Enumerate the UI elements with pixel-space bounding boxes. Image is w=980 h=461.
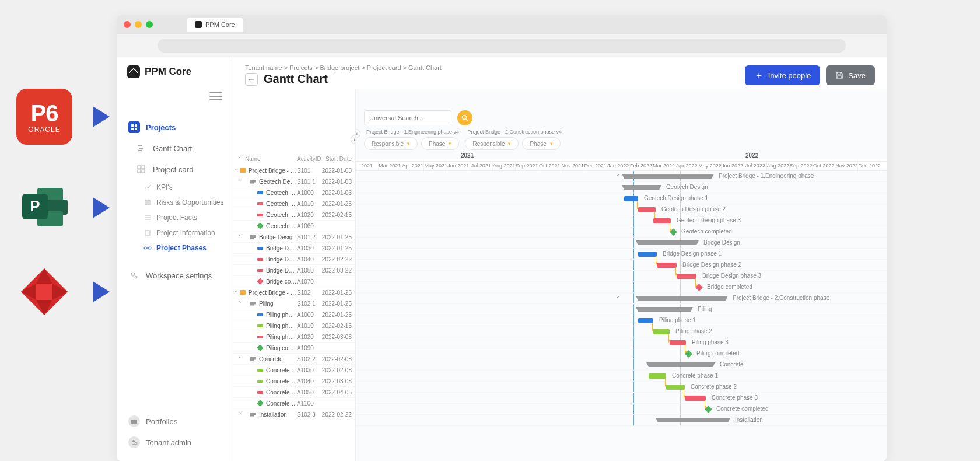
task-row[interactable]: Bridge Design phase 1A10302022-01-25 [233,243,355,254]
task-row[interactable]: Concrete phase 3A10502022-04-05 [233,387,355,398]
gantt-row[interactable]: Piling [356,304,887,315]
task-bar[interactable] [670,340,686,345]
summary-bar[interactable] [624,185,659,190]
task-row[interactable]: ⌃PilingS102.12022-01-25 [233,298,355,309]
filter-chip[interactable]: Responsible ▾ [364,137,418,150]
task-row[interactable]: Bridge Design phase 3A10502022-03-22 [233,265,355,276]
gantt-row[interactable]: Bridge Design phase 2 [356,260,887,271]
task-row[interactable]: ⌃Bridge DesignS101.22022-01-25 [233,232,355,243]
collapse-all-icon[interactable]: ⌃ [237,156,245,162]
expand-panel-handle[interactable]: ▸ [351,135,356,144]
toggle-icon[interactable]: ⌃ [237,234,243,240]
nav-portfolios[interactable]: Portfolios [124,411,226,432]
gantt-row[interactable]: Geotech Design phase 3 [356,215,887,226]
task-row[interactable]: ⌃Geotech DesignS101.12022-01-03 [233,176,355,187]
gantt-row[interactable]: ⌃Project Bridge - 1.Engineering phase [356,171,887,182]
task-bar[interactable] [657,263,677,268]
toggle-icon[interactable]: ⌃ [237,179,243,184]
summary-bar[interactable] [658,418,728,422]
task-row[interactable]: Geotech Design phase 3A10202022-02-15 [233,209,355,221]
toggle-icon[interactable]: ⌃ [237,356,243,362]
task-row[interactable]: Piling phase 1A10002022-01-25 [233,309,355,320]
gantt-row[interactable]: Bridge completed [356,282,887,293]
task-row[interactable]: ⌃ConcreteS102.22022-02-08 [233,354,355,365]
nav-projects[interactable]: Projects [124,117,226,138]
toggle-icon[interactable]: ⌃ [237,411,243,417]
task-row[interactable]: Bridge Design phase 2A10402022-02-22 [233,254,355,265]
gantt-row[interactable]: Bridge Design [356,238,887,249]
close-icon[interactable] [124,21,131,28]
gantt-row[interactable]: Piling phase 3 [356,337,887,348]
task-bar[interactable] [677,274,696,279]
gantt-row[interactable]: Geotech completed [356,226,887,238]
task-row[interactable]: Concrete completedA1100 [233,398,355,409]
gantt-row[interactable]: Installation [356,415,887,426]
task-row[interactable]: Concrete phase 2A10402022-03-08 [233,376,355,387]
task-row[interactable]: ⌃Project Bridge - 1.Engineering phaseS10… [233,165,355,176]
task-row[interactable]: Concrete phase 1A10302022-02-08 [233,365,355,376]
search-input[interactable] [364,110,452,125]
task-bar[interactable] [653,218,671,223]
task-bar[interactable] [638,207,656,212]
toggle-icon[interactable]: ⌃ [237,301,243,306]
task-row[interactable]: Geotech Design phase 2A10102022-01-25 [233,198,355,209]
gantt-row[interactable]: Piling completed [356,348,887,359]
gantt-row[interactable]: Concrete completed [356,404,887,415]
gantt-row[interactable]: Geotech Design phase 2 [356,204,887,215]
gantt-row[interactable]: Concrete phase 3 [356,393,887,404]
task-bar[interactable] [638,252,657,257]
nav-workspace-settings[interactable]: Workspace settings [124,265,226,286]
gantt-timeline[interactable]: ◂ Project Bridge - 1.Engineering phase v… [356,89,887,461]
task-row[interactable]: Bridge completedA1070 [233,276,355,287]
nav-kpis[interactable]: KPI's [124,180,226,195]
col-start-date[interactable]: Start Date [320,156,352,162]
summary-bar[interactable] [649,362,713,367]
gantt-row[interactable]: Piling phase 2 [356,326,887,337]
toggle-icon[interactable]: ⌃ [233,167,239,173]
filter-chip[interactable]: Responsible ▾ [465,137,519,150]
task-row[interactable]: Piling phase 2A10102022-02-15 [233,320,355,331]
milestone[interactable] [670,228,677,236]
task-bar[interactable] [638,318,653,323]
summary-bar[interactable] [638,296,726,301]
toggle-icon[interactable]: ⌃ [233,289,239,295]
col-name[interactable]: Name [245,156,297,162]
milestone[interactable] [685,350,692,358]
nav-gantt-chart[interactable]: Gantt Chart [124,138,226,159]
milestone[interactable] [695,284,703,291]
task-row[interactable]: ⌃InstallationS102.32022-02-22 [233,409,355,420]
nav-info[interactable]: Project Information [124,225,226,240]
col-activity-id[interactable]: ActivityID [297,156,320,162]
invite-people-button[interactable]: ＋ Invite people [745,65,821,85]
task-bar[interactable] [666,385,685,390]
search-button[interactable] [457,110,473,125]
gantt-row[interactable]: Bridge Design phase 3 [356,271,887,282]
address-field[interactable] [158,39,846,53]
gantt-row[interactable]: Concrete [356,359,887,371]
filter-chip[interactable]: Phase ▾ [421,137,459,150]
minimize-icon[interactable] [135,21,142,28]
nav-phases[interactable]: Project Phases [124,240,226,256]
nav-facts[interactable]: Project Facts [124,210,226,225]
task-bar[interactable] [649,373,666,379]
task-row[interactable]: Piling completedA1090 [233,343,355,354]
gantt-row[interactable]: ⌃Project Bridge - 2.Construction phase [356,293,887,304]
task-row[interactable]: Geotech Design phase 1A10002022-01-03 [233,187,355,198]
gantt-row[interactable]: Geotech Design phase 1 [356,193,887,204]
filter-chip[interactable]: Phase ▾ [522,137,560,150]
task-row[interactable]: ⌃Project Bridge - 2.Construction phaseS1… [233,287,355,298]
back-button[interactable]: ← [245,73,258,86]
save-button[interactable]: Save [826,65,875,85]
task-bar[interactable] [685,396,706,401]
gantt-row[interactable]: Geotech Design [356,182,887,193]
hamburger-icon[interactable] [209,92,222,100]
nav-tenant-admin[interactable]: Tenant admin [124,432,226,453]
gantt-row[interactable]: Bridge Design phase 1 [356,249,887,260]
browser-tab[interactable]: PPM Core [187,18,243,32]
task-bar[interactable] [653,329,670,334]
task-row[interactable]: Piling phase 3A10202022-03-08 [233,331,355,343]
gantt-row[interactable]: Piling phase 1 [356,315,887,326]
maximize-icon[interactable] [146,21,153,28]
gantt-row[interactable]: Concrete phase 1 [356,371,887,382]
summary-bar[interactable] [624,174,712,179]
